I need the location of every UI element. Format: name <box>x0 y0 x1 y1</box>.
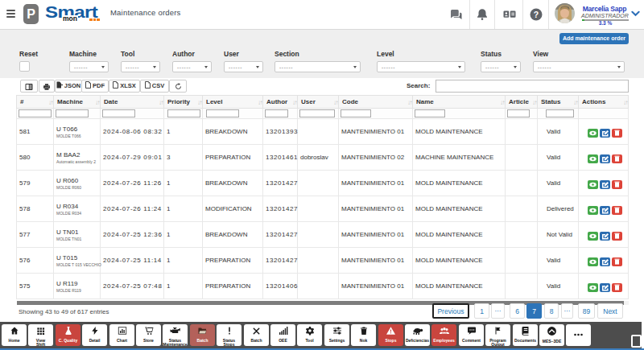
svg-text:?: ? <box>534 10 539 19</box>
